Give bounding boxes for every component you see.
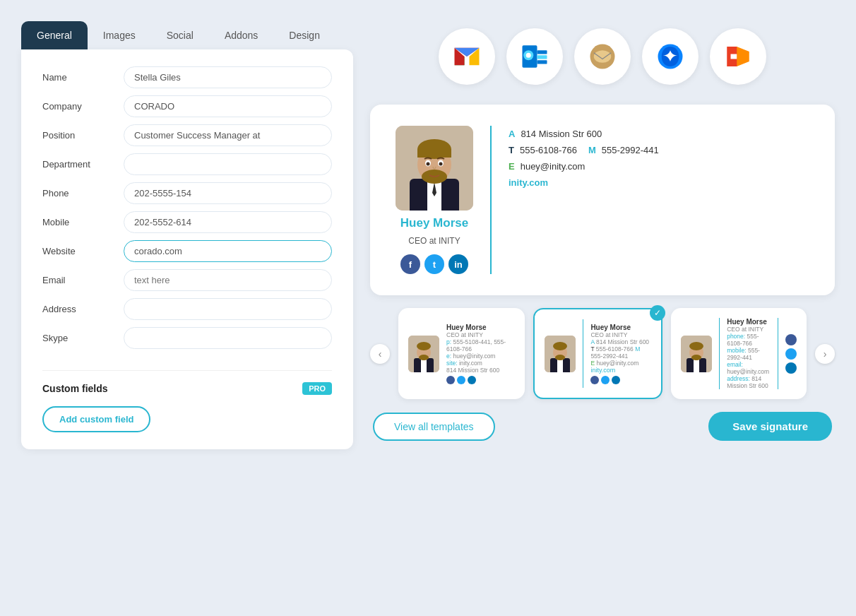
sig-website-value[interactable]: inity.com (509, 177, 548, 188)
view-templates-button[interactable]: View all templates (373, 413, 495, 441)
template-3-phone: phone: 555-6108-766 (727, 333, 771, 347)
svg-rect-33 (694, 360, 699, 372)
left-panel: General Images Social Addons Design Name… (21, 21, 353, 449)
address-label: Address (42, 304, 124, 314)
template-1-info: Huey Morse CEO at INITY p: 555-5108-441,… (446, 324, 515, 384)
template-1-email: e: huey@inity.com (446, 353, 515, 360)
form-card: Name Company Position Department Phone M… (21, 49, 353, 449)
action-row: View all templates Save signature (370, 412, 835, 441)
address-input[interactable] (124, 298, 332, 320)
pro-badge: PRO (302, 382, 332, 395)
facebook-icon[interactable]: f (400, 254, 420, 274)
svg-rect-1 (537, 50, 547, 54)
template-3-name: Huey Morse (727, 318, 771, 326)
template-1-avatar (408, 336, 439, 372)
tab-general[interactable]: General (21, 21, 88, 49)
phone-row: Phone (42, 182, 332, 204)
department-row: Department (42, 153, 332, 175)
website-input[interactable] (124, 240, 332, 262)
custom-fields-header: Custom fields PRO (42, 382, 332, 395)
skype-label: Skype (42, 333, 124, 343)
name-label: Name (42, 72, 124, 83)
apple-mail-client-icon[interactable] (574, 28, 631, 85)
mobile-label: Mobile (42, 217, 124, 227)
signature-social-icons: f t in (400, 254, 468, 274)
signature-inner: Huey Morse CEO at INITY f t in A 814 Mis… (396, 126, 809, 274)
sig-address-key: A (509, 129, 515, 139)
template-2-name: Huey Morse (590, 324, 651, 331)
signature-preview-card: Huey Morse CEO at INITY f t in A 814 Mis… (370, 105, 835, 295)
sig-phone-key: T (509, 145, 514, 155)
company-input[interactable] (124, 95, 332, 117)
template-3-mobile: mobile: 555-2992-441 (727, 347, 771, 361)
name-input[interactable] (124, 66, 332, 88)
twitter-icon[interactable]: t (424, 254, 444, 274)
template-3-email: email: huey@inity.com (727, 361, 771, 375)
template-2-info: Huey Morse CEO at INITY A 814 Mission St… (590, 324, 651, 384)
svg-point-36 (691, 355, 701, 360)
template-2-avatar (545, 336, 576, 372)
template-card-3[interactable]: Huey Morse CEO at INITY phone: 555-6108-… (671, 308, 807, 399)
email-row: Email (42, 269, 332, 291)
template-2-website: inity.com (590, 367, 651, 374)
signature-divider (490, 126, 492, 274)
template-3-divider (719, 318, 720, 389)
department-label: Department (42, 159, 124, 170)
department-input[interactable] (124, 153, 332, 175)
svg-point-24 (419, 355, 429, 360)
tab-addons[interactable]: Addons (209, 21, 273, 49)
svg-point-35 (689, 342, 703, 350)
template-2-title: CEO at INITY (590, 331, 651, 338)
template-2-phone: T 555-6108-766 M 555-2992-441 (590, 345, 651, 360)
gmail-client-icon[interactable] (439, 28, 495, 85)
mobile-input[interactable] (124, 211, 332, 233)
email-clients-row (370, 21, 835, 92)
tab-bar: General Images Social Addons Design (21, 21, 353, 49)
templates-prev-button[interactable]: ‹ (370, 344, 390, 364)
template-1-social (446, 376, 515, 384)
email-input[interactable] (124, 269, 332, 291)
template-2-email: E huey@inity.com (590, 360, 651, 367)
svg-rect-3 (537, 60, 547, 64)
tab-design[interactable]: Design (273, 21, 335, 49)
sig-email-key: E (509, 161, 515, 172)
office365-client-icon[interactable] (710, 28, 766, 85)
position-row: Position (42, 124, 332, 146)
phone-input[interactable] (124, 182, 332, 204)
template-1-address: 814 Mission Str 600 (446, 367, 515, 374)
template-3-info: Huey Morse CEO at INITY phone: 555-6108-… (727, 318, 771, 389)
sig-phone-value: 555-6108-766 (520, 145, 577, 155)
tab-social[interactable]: Social (151, 21, 209, 49)
skype-input[interactable] (124, 327, 332, 349)
website-label: Website (42, 246, 124, 256)
website-row: Website (42, 240, 332, 262)
sig-phone-row: T 555-6108-766 M 555-2992-441 (509, 145, 659, 155)
template-card-1[interactable]: Huey Morse CEO at INITY p: 555-5108-441,… (398, 308, 525, 399)
template-2-address: A 814 Mission Str 600 (590, 338, 651, 345)
template-3-avatar (681, 336, 712, 372)
svg-rect-2 (537, 55, 547, 59)
template-1-website: site: inity.com (446, 360, 515, 367)
template-2-check: ✓ (650, 305, 665, 321)
templates-list: Huey Morse CEO at INITY p: 555-5108-441,… (398, 308, 807, 399)
templates-row: ‹ Huey Morse CEO at INITY (370, 308, 835, 399)
signature-right: A 814 Mission Str 600 T 555-6108-766 M 5… (509, 126, 659, 188)
tab-images[interactable]: Images (88, 21, 151, 49)
template-3-right-divider (778, 318, 778, 389)
sig-email-value: huey@inity.com (521, 161, 585, 172)
thunderbird-client-icon[interactable] (642, 28, 699, 85)
address-row: Address (42, 298, 332, 320)
svg-rect-13 (417, 149, 451, 158)
templates-next-button[interactable]: › (815, 344, 835, 364)
linkedin-icon[interactable]: in (448, 254, 468, 274)
add-custom-field-button[interactable]: Add custom field (42, 406, 150, 432)
outlook-client-icon[interactable] (506, 28, 563, 85)
signature-left: Huey Morse CEO at INITY f t in (396, 126, 473, 274)
svg-point-23 (417, 342, 431, 350)
position-input[interactable] (124, 124, 332, 146)
template-card-2[interactable]: ✓ Huey Morse CEO at INITY (533, 308, 662, 399)
phone-label: Phone (42, 188, 124, 199)
svg-point-30 (555, 355, 565, 360)
template-3-social-right (785, 334, 797, 374)
save-signature-button[interactable]: Save signature (708, 412, 832, 441)
